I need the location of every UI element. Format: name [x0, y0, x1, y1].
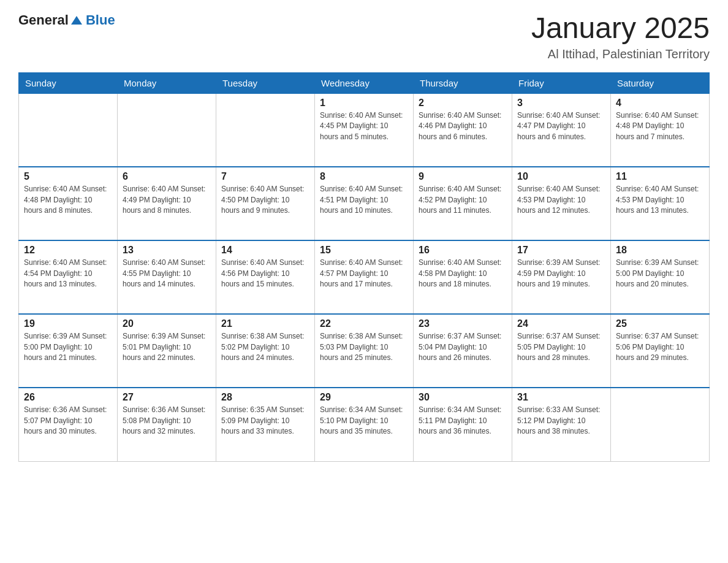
- calendar-week-row: 26Sunrise: 6:36 AM Sunset: 5:07 PM Dayli…: [19, 388, 710, 461]
- page-header: General Blue January 2025 Al Ittihad, Pa…: [18, 12, 710, 61]
- calendar-week-row: 12Sunrise: 6:40 AM Sunset: 4:54 PM Dayli…: [19, 240, 710, 314]
- calendar-cell: 8Sunrise: 6:40 AM Sunset: 4:51 PM Daylig…: [315, 167, 414, 240]
- calendar-cell: 30Sunrise: 6:34 AM Sunset: 5:11 PM Dayli…: [414, 388, 512, 461]
- logo-triangle-icon: [70, 13, 83, 27]
- calendar-cell: 1Sunrise: 6:40 AM Sunset: 4:45 PM Daylig…: [315, 93, 414, 167]
- day-header-sunday: Sunday: [19, 72, 118, 93]
- calendar-cell: [19, 93, 118, 167]
- day-info: Sunrise: 6:36 AM Sunset: 5:07 PM Dayligh…: [24, 405, 112, 437]
- day-info: Sunrise: 6:40 AM Sunset: 4:49 PM Dayligh…: [123, 184, 211, 216]
- day-number: 24: [517, 318, 605, 329]
- calendar-cell: 27Sunrise: 6:36 AM Sunset: 5:08 PM Dayli…: [118, 388, 216, 461]
- calendar-cell: 7Sunrise: 6:40 AM Sunset: 4:50 PM Daylig…: [216, 167, 315, 240]
- calendar-cell: 4Sunrise: 6:40 AM Sunset: 4:48 PM Daylig…: [611, 93, 710, 167]
- day-info: Sunrise: 6:40 AM Sunset: 4:53 PM Dayligh…: [616, 184, 704, 216]
- calendar-cell: 16Sunrise: 6:40 AM Sunset: 4:58 PM Dayli…: [414, 240, 512, 314]
- logo-text-blue: Blue: [86, 12, 115, 28]
- day-number: 12: [24, 245, 112, 256]
- calendar-week-row: 5Sunrise: 6:40 AM Sunset: 4:48 PM Daylig…: [19, 167, 710, 240]
- day-number: 19: [24, 318, 112, 329]
- day-number: 8: [320, 171, 408, 182]
- day-number: 2: [419, 98, 507, 109]
- calendar-cell: 25Sunrise: 6:37 AM Sunset: 5:06 PM Dayli…: [611, 314, 710, 388]
- day-number: 30: [419, 392, 507, 403]
- day-number: 13: [123, 245, 211, 256]
- svg-marker-0: [71, 16, 82, 25]
- calendar-title: January 2025: [531, 12, 710, 45]
- day-number: 7: [221, 171, 309, 182]
- day-info: Sunrise: 6:40 AM Sunset: 4:52 PM Dayligh…: [419, 184, 507, 216]
- calendar-cell: 12Sunrise: 6:40 AM Sunset: 4:54 PM Dayli…: [19, 240, 118, 314]
- day-info: Sunrise: 6:40 AM Sunset: 4:51 PM Dayligh…: [320, 184, 408, 216]
- day-number: 4: [616, 98, 704, 109]
- day-number: 17: [517, 245, 605, 256]
- day-info: Sunrise: 6:40 AM Sunset: 4:56 PM Dayligh…: [221, 258, 309, 289]
- calendar-cell: 31Sunrise: 6:33 AM Sunset: 5:12 PM Dayli…: [512, 388, 611, 461]
- calendar-cell: 19Sunrise: 6:39 AM Sunset: 5:00 PM Dayli…: [19, 314, 118, 388]
- day-info: Sunrise: 6:40 AM Sunset: 4:58 PM Dayligh…: [419, 258, 507, 289]
- calendar-header-row: SundayMondayTuesdayWednesdayThursdayFrid…: [19, 72, 710, 93]
- day-header-thursday: Thursday: [414, 72, 512, 93]
- day-number: 29: [320, 392, 408, 403]
- day-number: 23: [419, 318, 507, 329]
- day-number: 28: [221, 392, 309, 403]
- day-info: Sunrise: 6:40 AM Sunset: 4:48 PM Dayligh…: [24, 184, 112, 216]
- day-info: Sunrise: 6:40 AM Sunset: 4:54 PM Dayligh…: [24, 258, 112, 289]
- day-number: 9: [419, 171, 507, 182]
- day-info: Sunrise: 6:34 AM Sunset: 5:11 PM Dayligh…: [419, 405, 507, 437]
- calendar-cell: 18Sunrise: 6:39 AM Sunset: 5:00 PM Dayli…: [611, 240, 710, 314]
- calendar-cell: 9Sunrise: 6:40 AM Sunset: 4:52 PM Daylig…: [414, 167, 512, 240]
- calendar-cell: 5Sunrise: 6:40 AM Sunset: 4:48 PM Daylig…: [19, 167, 118, 240]
- calendar-cell: [118, 93, 216, 167]
- day-info: Sunrise: 6:39 AM Sunset: 4:59 PM Dayligh…: [517, 258, 605, 289]
- day-info: Sunrise: 6:40 AM Sunset: 4:53 PM Dayligh…: [517, 184, 605, 216]
- logo-text-general: General: [18, 12, 69, 28]
- day-number: 31: [517, 392, 605, 403]
- day-number: 10: [517, 171, 605, 182]
- day-info: Sunrise: 6:39 AM Sunset: 5:01 PM Dayligh…: [123, 331, 211, 363]
- calendar-cell: 10Sunrise: 6:40 AM Sunset: 4:53 PM Dayli…: [512, 167, 611, 240]
- day-info: Sunrise: 6:33 AM Sunset: 5:12 PM Dayligh…: [517, 405, 605, 437]
- calendar-cell: 21Sunrise: 6:38 AM Sunset: 5:02 PM Dayli…: [216, 314, 315, 388]
- calendar-cell: 26Sunrise: 6:36 AM Sunset: 5:07 PM Dayli…: [19, 388, 118, 461]
- day-number: 1: [320, 98, 408, 109]
- day-number: 18: [616, 245, 704, 256]
- calendar-cell: 20Sunrise: 6:39 AM Sunset: 5:01 PM Dayli…: [118, 314, 216, 388]
- calendar-cell: 11Sunrise: 6:40 AM Sunset: 4:53 PM Dayli…: [611, 167, 710, 240]
- calendar-week-row: 19Sunrise: 6:39 AM Sunset: 5:00 PM Dayli…: [19, 314, 710, 388]
- day-info: Sunrise: 6:36 AM Sunset: 5:08 PM Dayligh…: [123, 405, 211, 437]
- day-info: Sunrise: 6:40 AM Sunset: 4:48 PM Dayligh…: [616, 110, 704, 142]
- calendar-cell: 14Sunrise: 6:40 AM Sunset: 4:56 PM Dayli…: [216, 240, 315, 314]
- day-number: 25: [616, 318, 704, 329]
- day-number: 20: [123, 318, 211, 329]
- day-info: Sunrise: 6:37 AM Sunset: 5:05 PM Dayligh…: [517, 331, 605, 363]
- day-info: Sunrise: 6:40 AM Sunset: 4:46 PM Dayligh…: [419, 110, 507, 142]
- calendar-cell: 22Sunrise: 6:38 AM Sunset: 5:03 PM Dayli…: [315, 314, 414, 388]
- calendar-cell: 28Sunrise: 6:35 AM Sunset: 5:09 PM Dayli…: [216, 388, 315, 461]
- day-info: Sunrise: 6:40 AM Sunset: 4:55 PM Dayligh…: [123, 258, 211, 289]
- calendar-cell: [216, 93, 315, 167]
- day-info: Sunrise: 6:40 AM Sunset: 4:45 PM Dayligh…: [320, 110, 408, 142]
- day-info: Sunrise: 6:40 AM Sunset: 4:47 PM Dayligh…: [517, 110, 605, 142]
- calendar-cell: 17Sunrise: 6:39 AM Sunset: 4:59 PM Dayli…: [512, 240, 611, 314]
- logo: General Blue: [18, 12, 115, 28]
- day-info: Sunrise: 6:39 AM Sunset: 5:00 PM Dayligh…: [616, 258, 704, 289]
- day-number: 11: [616, 171, 704, 182]
- calendar-subtitle: Al Ittihad, Palestinian Territory: [531, 47, 710, 61]
- calendar-cell: 15Sunrise: 6:40 AM Sunset: 4:57 PM Dayli…: [315, 240, 414, 314]
- day-number: 14: [221, 245, 309, 256]
- calendar-cell: 2Sunrise: 6:40 AM Sunset: 4:46 PM Daylig…: [414, 93, 512, 167]
- calendar-cell: 24Sunrise: 6:37 AM Sunset: 5:05 PM Dayli…: [512, 314, 611, 388]
- day-info: Sunrise: 6:37 AM Sunset: 5:04 PM Dayligh…: [419, 331, 507, 363]
- day-header-saturday: Saturday: [611, 72, 710, 93]
- day-info: Sunrise: 6:39 AM Sunset: 5:00 PM Dayligh…: [24, 331, 112, 363]
- day-info: Sunrise: 6:34 AM Sunset: 5:10 PM Dayligh…: [320, 405, 408, 437]
- calendar-cell: 3Sunrise: 6:40 AM Sunset: 4:47 PM Daylig…: [512, 93, 611, 167]
- calendar-week-row: 1Sunrise: 6:40 AM Sunset: 4:45 PM Daylig…: [19, 93, 710, 167]
- calendar-cell: 29Sunrise: 6:34 AM Sunset: 5:10 PM Dayli…: [315, 388, 414, 461]
- day-header-friday: Friday: [512, 72, 611, 93]
- day-header-monday: Monday: [118, 72, 216, 93]
- calendar-cell: 23Sunrise: 6:37 AM Sunset: 5:04 PM Dayli…: [414, 314, 512, 388]
- day-number: 6: [123, 171, 211, 182]
- day-number: 26: [24, 392, 112, 403]
